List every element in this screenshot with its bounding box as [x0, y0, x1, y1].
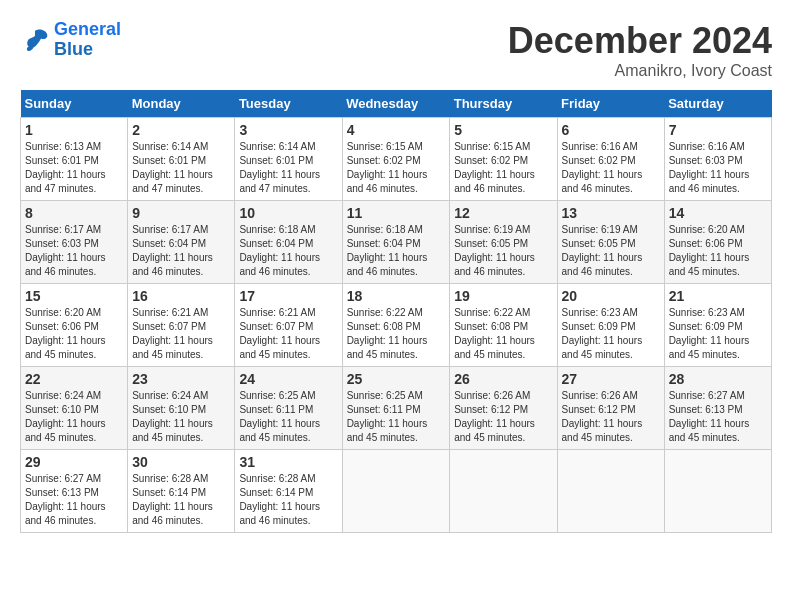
calendar-cell: 14 Sunrise: 6:20 AMSunset: 6:06 PMDaylig…	[664, 201, 771, 284]
calendar-cell: 26 Sunrise: 6:26 AMSunset: 6:12 PMDaylig…	[450, 367, 557, 450]
day-number: 22	[25, 371, 123, 387]
day-info: Sunrise: 6:17 AMSunset: 6:04 PMDaylight:…	[132, 224, 213, 277]
header: General Blue December 2024 Amanikro, Ivo…	[20, 20, 772, 80]
calendar-cell: 2 Sunrise: 6:14 AMSunset: 6:01 PMDayligh…	[128, 118, 235, 201]
day-number: 12	[454, 205, 552, 221]
day-number: 17	[239, 288, 337, 304]
day-info: Sunrise: 6:21 AMSunset: 6:07 PMDaylight:…	[132, 307, 213, 360]
col-thursday: Thursday	[450, 90, 557, 118]
day-number: 31	[239, 454, 337, 470]
calendar-cell: 18 Sunrise: 6:22 AMSunset: 6:08 PMDaylig…	[342, 284, 450, 367]
day-number: 26	[454, 371, 552, 387]
calendar-table: Sunday Monday Tuesday Wednesday Thursday…	[20, 90, 772, 533]
col-sunday: Sunday	[21, 90, 128, 118]
col-wednesday: Wednesday	[342, 90, 450, 118]
calendar-cell: 6 Sunrise: 6:16 AMSunset: 6:02 PMDayligh…	[557, 118, 664, 201]
day-number: 25	[347, 371, 446, 387]
calendar-cell: 9 Sunrise: 6:17 AMSunset: 6:04 PMDayligh…	[128, 201, 235, 284]
day-info: Sunrise: 6:14 AMSunset: 6:01 PMDaylight:…	[239, 141, 320, 194]
day-info: Sunrise: 6:20 AMSunset: 6:06 PMDaylight:…	[25, 307, 106, 360]
calendar-cell: 30 Sunrise: 6:28 AMSunset: 6:14 PMDaylig…	[128, 450, 235, 533]
day-number: 21	[669, 288, 767, 304]
day-info: Sunrise: 6:13 AMSunset: 6:01 PMDaylight:…	[25, 141, 106, 194]
day-number: 23	[132, 371, 230, 387]
day-number: 27	[562, 371, 660, 387]
day-info: Sunrise: 6:19 AMSunset: 6:05 PMDaylight:…	[562, 224, 643, 277]
day-number: 8	[25, 205, 123, 221]
calendar-cell	[450, 450, 557, 533]
day-number: 18	[347, 288, 446, 304]
day-info: Sunrise: 6:17 AMSunset: 6:03 PMDaylight:…	[25, 224, 106, 277]
calendar-cell: 29 Sunrise: 6:27 AMSunset: 6:13 PMDaylig…	[21, 450, 128, 533]
day-info: Sunrise: 6:24 AMSunset: 6:10 PMDaylight:…	[132, 390, 213, 443]
day-info: Sunrise: 6:28 AMSunset: 6:14 PMDaylight:…	[239, 473, 320, 526]
day-number: 16	[132, 288, 230, 304]
day-number: 11	[347, 205, 446, 221]
logo-icon	[20, 25, 50, 55]
calendar-row: 1 Sunrise: 6:13 AMSunset: 6:01 PMDayligh…	[21, 118, 772, 201]
day-info: Sunrise: 6:16 AMSunset: 6:03 PMDaylight:…	[669, 141, 750, 194]
calendar-cell: 12 Sunrise: 6:19 AMSunset: 6:05 PMDaylig…	[450, 201, 557, 284]
title-area: December 2024 Amanikro, Ivory Coast	[508, 20, 772, 80]
day-info: Sunrise: 6:22 AMSunset: 6:08 PMDaylight:…	[454, 307, 535, 360]
calendar-cell: 19 Sunrise: 6:22 AMSunset: 6:08 PMDaylig…	[450, 284, 557, 367]
day-number: 30	[132, 454, 230, 470]
calendar-cell: 24 Sunrise: 6:25 AMSunset: 6:11 PMDaylig…	[235, 367, 342, 450]
calendar-cell: 27 Sunrise: 6:26 AMSunset: 6:12 PMDaylig…	[557, 367, 664, 450]
day-info: Sunrise: 6:23 AMSunset: 6:09 PMDaylight:…	[669, 307, 750, 360]
calendar-cell: 15 Sunrise: 6:20 AMSunset: 6:06 PMDaylig…	[21, 284, 128, 367]
calendar-cell: 17 Sunrise: 6:21 AMSunset: 6:07 PMDaylig…	[235, 284, 342, 367]
day-number: 28	[669, 371, 767, 387]
day-info: Sunrise: 6:21 AMSunset: 6:07 PMDaylight:…	[239, 307, 320, 360]
day-number: 6	[562, 122, 660, 138]
calendar-cell: 8 Sunrise: 6:17 AMSunset: 6:03 PMDayligh…	[21, 201, 128, 284]
calendar-cell: 3 Sunrise: 6:14 AMSunset: 6:01 PMDayligh…	[235, 118, 342, 201]
day-number: 29	[25, 454, 123, 470]
calendar-row: 8 Sunrise: 6:17 AMSunset: 6:03 PMDayligh…	[21, 201, 772, 284]
logo-text: General Blue	[54, 20, 121, 60]
day-number: 24	[239, 371, 337, 387]
day-number: 5	[454, 122, 552, 138]
location-subtitle: Amanikro, Ivory Coast	[508, 62, 772, 80]
day-info: Sunrise: 6:24 AMSunset: 6:10 PMDaylight:…	[25, 390, 106, 443]
day-info: Sunrise: 6:27 AMSunset: 6:13 PMDaylight:…	[669, 390, 750, 443]
calendar-cell: 4 Sunrise: 6:15 AMSunset: 6:02 PMDayligh…	[342, 118, 450, 201]
day-info: Sunrise: 6:25 AMSunset: 6:11 PMDaylight:…	[347, 390, 428, 443]
calendar-cell: 22 Sunrise: 6:24 AMSunset: 6:10 PMDaylig…	[21, 367, 128, 450]
day-info: Sunrise: 6:26 AMSunset: 6:12 PMDaylight:…	[454, 390, 535, 443]
day-number: 4	[347, 122, 446, 138]
calendar-cell: 28 Sunrise: 6:27 AMSunset: 6:13 PMDaylig…	[664, 367, 771, 450]
calendar-cell: 31 Sunrise: 6:28 AMSunset: 6:14 PMDaylig…	[235, 450, 342, 533]
day-number: 13	[562, 205, 660, 221]
calendar-cell: 25 Sunrise: 6:25 AMSunset: 6:11 PMDaylig…	[342, 367, 450, 450]
day-info: Sunrise: 6:27 AMSunset: 6:13 PMDaylight:…	[25, 473, 106, 526]
day-info: Sunrise: 6:28 AMSunset: 6:14 PMDaylight:…	[132, 473, 213, 526]
day-info: Sunrise: 6:18 AMSunset: 6:04 PMDaylight:…	[347, 224, 428, 277]
calendar-cell: 20 Sunrise: 6:23 AMSunset: 6:09 PMDaylig…	[557, 284, 664, 367]
day-number: 1	[25, 122, 123, 138]
day-number: 15	[25, 288, 123, 304]
day-info: Sunrise: 6:20 AMSunset: 6:06 PMDaylight:…	[669, 224, 750, 277]
col-friday: Friday	[557, 90, 664, 118]
day-info: Sunrise: 6:15 AMSunset: 6:02 PMDaylight:…	[454, 141, 535, 194]
calendar-cell: 21 Sunrise: 6:23 AMSunset: 6:09 PMDaylig…	[664, 284, 771, 367]
calendar-cell: 13 Sunrise: 6:19 AMSunset: 6:05 PMDaylig…	[557, 201, 664, 284]
calendar-row: 22 Sunrise: 6:24 AMSunset: 6:10 PMDaylig…	[21, 367, 772, 450]
day-info: Sunrise: 6:26 AMSunset: 6:12 PMDaylight:…	[562, 390, 643, 443]
day-number: 19	[454, 288, 552, 304]
col-monday: Monday	[128, 90, 235, 118]
month-title: December 2024	[508, 20, 772, 62]
calendar-cell: 7 Sunrise: 6:16 AMSunset: 6:03 PMDayligh…	[664, 118, 771, 201]
calendar-cell: 5 Sunrise: 6:15 AMSunset: 6:02 PMDayligh…	[450, 118, 557, 201]
calendar-row: 29 Sunrise: 6:27 AMSunset: 6:13 PMDaylig…	[21, 450, 772, 533]
day-info: Sunrise: 6:14 AMSunset: 6:01 PMDaylight:…	[132, 141, 213, 194]
calendar-cell	[664, 450, 771, 533]
day-number: 20	[562, 288, 660, 304]
col-tuesday: Tuesday	[235, 90, 342, 118]
calendar-cell: 1 Sunrise: 6:13 AMSunset: 6:01 PMDayligh…	[21, 118, 128, 201]
calendar-cell	[557, 450, 664, 533]
day-number: 3	[239, 122, 337, 138]
day-number: 7	[669, 122, 767, 138]
day-info: Sunrise: 6:25 AMSunset: 6:11 PMDaylight:…	[239, 390, 320, 443]
calendar-header-row: Sunday Monday Tuesday Wednesday Thursday…	[21, 90, 772, 118]
